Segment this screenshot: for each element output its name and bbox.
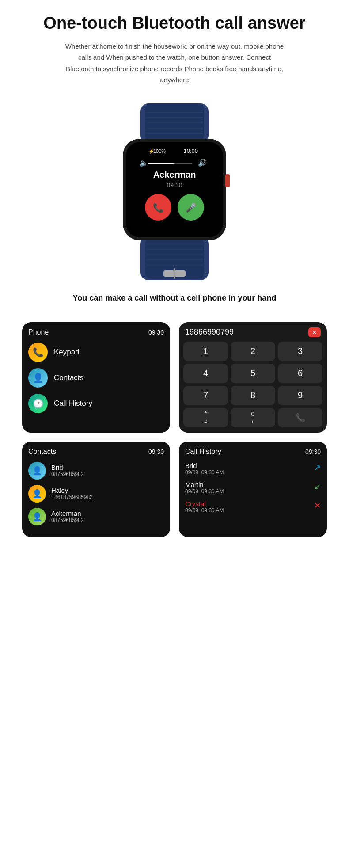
svg-rect-18 — [126, 142, 223, 237]
contact-avatar-ackerman: 👤 — [28, 508, 46, 525]
menu-item-call-history[interactable]: 🕐 Call History — [28, 394, 164, 413]
keypad-grid: 1 2 3 4 5 6 7 8 9 *# 0+ 📞 — [183, 342, 322, 427]
call-name-martin: Martin — [185, 481, 224, 488]
contacts-screen-time: 09:30 — [148, 448, 164, 455]
call-name-crystal: Crystal — [185, 500, 224, 507]
call-datetime-brid: 09/09 09:30 AM — [185, 469, 224, 476]
call-datetime-crystal: 09/09 09:30 AM — [185, 507, 224, 514]
contact-haley[interactable]: 👤 Haley +8618759685982 — [28, 485, 164, 503]
screens-grid: Phone 09:30 📞 Keypad 👤 Contacts 🕐 Call H… — [0, 322, 349, 555]
watch-image-area: ⚡ 100% 10:00 🔈 🔊 Ackerman 09:30 📞 🎤 — [0, 90, 349, 289]
call-missed-icon-crystal: ✕ — [314, 501, 321, 510]
contacts-screen-title: Contacts — [28, 448, 56, 456]
keypad-delete-btn[interactable]: ✕ — [308, 327, 321, 337]
call-outgoing-icon-brid: ↗ — [314, 463, 321, 472]
svg-rect-15 — [174, 268, 175, 279]
phone-menu-screen: Phone 09:30 📞 Keypad 👤 Contacts 🕐 Call H… — [22, 322, 170, 433]
svg-text:Ackerman: Ackerman — [153, 170, 196, 179]
contacts-screen-header: Contacts 09:30 — [28, 448, 164, 456]
svg-text:100%: 100% — [153, 148, 166, 154]
phone-screen-time: 09:30 — [148, 329, 164, 336]
menu-item-contacts[interactable]: 👤 Contacts — [28, 368, 164, 388]
contacts-icon: 👤 — [28, 368, 48, 388]
contact-name-brid: Brid — [51, 464, 83, 471]
contact-phone-ackerman: 08759685982 — [51, 517, 83, 523]
key-star[interactable]: *# — [183, 408, 228, 427]
call-history-icon: 🕐 — [28, 394, 48, 413]
key-7[interactable]: 7 — [183, 386, 228, 405]
key-call[interactable]: 📞 — [278, 408, 322, 427]
svg-text:🎤: 🎤 — [186, 202, 197, 213]
contact-ackerman[interactable]: 👤 Ackerman 08759685982 — [28, 508, 164, 525]
hero-section: One-touch Bluetooth call answer Whether … — [0, 0, 349, 90]
contact-avatar-brid: 👤 — [28, 462, 46, 480]
call-history-screen-title: Call History — [185, 448, 221, 456]
contacts-label: Contacts — [54, 373, 83, 382]
contact-name-ackerman: Ackerman — [51, 510, 83, 517]
call-datetime-martin: 09/09 09:30 AM — [185, 488, 224, 495]
call-name-brid: Brid — [185, 462, 224, 469]
key-5[interactable]: 5 — [231, 364, 275, 383]
svg-rect-1 — [145, 103, 204, 141]
keypad-label: Keypad — [54, 348, 80, 357]
contact-info-brid: Brid 08759685982 — [51, 464, 83, 477]
keypad-number-row: 19866990799 ✕ — [183, 327, 322, 337]
contact-info-ackerman: Ackerman 08759685982 — [51, 510, 83, 523]
menu-item-keypad[interactable]: 📞 Keypad — [28, 343, 164, 362]
svg-rect-17 — [225, 174, 230, 187]
section2-title: You can make a call without a cell phone… — [18, 293, 331, 303]
svg-rect-24 — [148, 163, 174, 164]
contact-phone-haley: +8618759685982 — [51, 494, 93, 500]
key-0[interactable]: 0+ — [231, 408, 275, 427]
key-6[interactable]: 6 — [278, 364, 322, 383]
svg-text:09:30: 09:30 — [167, 182, 182, 189]
call-info-martin: Martin 09/09 09:30 AM — [185, 481, 224, 495]
svg-text:10:00: 10:00 — [183, 148, 198, 154]
call-history-screen-header: Call History 09:30 — [185, 448, 321, 456]
contact-info-haley: Haley +8618759685982 — [51, 487, 93, 500]
key-9[interactable]: 9 — [278, 386, 322, 405]
key-8[interactable]: 8 — [231, 386, 275, 405]
key-3[interactable]: 3 — [278, 342, 322, 361]
svg-text:📞: 📞 — [153, 202, 164, 213]
keypad-screen: 19866990799 ✕ 1 2 3 4 5 6 7 8 9 *# 0+ 📞 — [179, 322, 327, 433]
key-1[interactable]: 1 — [183, 342, 228, 361]
svg-text:🔊: 🔊 — [198, 159, 207, 167]
call-info-brid: Brid 09/09 09:30 AM — [185, 462, 224, 476]
contact-phone-brid: 08759685982 — [51, 471, 83, 477]
call-history-label: Call History — [54, 399, 92, 408]
call-incoming-icon-martin: ↙ — [314, 482, 321, 491]
contacts-screen: Contacts 09:30 👤 Brid 08759685982 👤 Hale… — [22, 442, 170, 537]
call-item-crystal[interactable]: Crystal 09/09 09:30 AM ✕ — [185, 500, 321, 514]
key-2[interactable]: 2 — [231, 342, 275, 361]
section2: You can make a call without a cell phone… — [0, 289, 349, 322]
call-history-screen-time: 09:30 — [305, 448, 321, 455]
keypad-icon: 📞 — [28, 343, 48, 362]
svg-text:🔈: 🔈 — [140, 159, 148, 167]
call-item-brid[interactable]: Brid 09/09 09:30 AM ↗ — [185, 462, 321, 476]
watch-svg: ⚡ 100% 10:00 🔈 🔊 Ackerman 09:30 📞 🎤 — [93, 99, 256, 285]
contact-name-haley: Haley — [51, 487, 93, 494]
call-info-crystal: Crystal 09/09 09:30 AM — [185, 500, 224, 514]
phone-screen-title: Phone — [28, 328, 49, 336]
phone-screen-header: Phone 09:30 — [28, 328, 164, 336]
hero-title: One-touch Bluetooth call answer — [18, 13, 331, 34]
call-history-screen: Call History 09:30 Brid 09/09 09:30 AM ↗… — [179, 442, 327, 537]
hero-description: Whether at home to finish the housework,… — [64, 41, 285, 86]
key-4[interactable]: 4 — [183, 364, 228, 383]
keypad-number-display: 19866990799 — [185, 327, 234, 337]
contact-avatar-haley: 👤 — [28, 485, 46, 503]
call-item-martin[interactable]: Martin 09/09 09:30 AM ↙ — [185, 481, 321, 495]
contact-brid[interactable]: 👤 Brid 08759685982 — [28, 462, 164, 480]
